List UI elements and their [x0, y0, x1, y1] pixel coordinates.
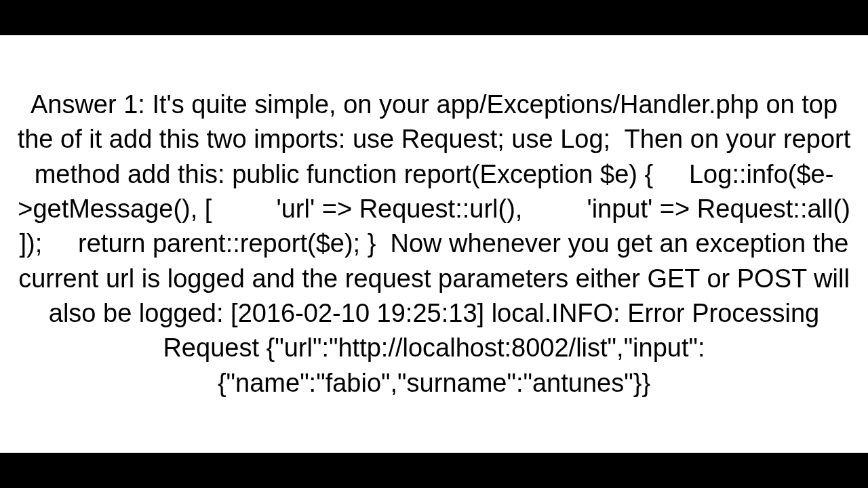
- letterbox-bottom: [0, 453, 868, 488]
- letterbox-top: [0, 0, 868, 35]
- content-area: Answer 1: It's quite simple, on your app…: [0, 35, 868, 453]
- answer-body-text: Answer 1: It's quite simple, on your app…: [14, 87, 854, 401]
